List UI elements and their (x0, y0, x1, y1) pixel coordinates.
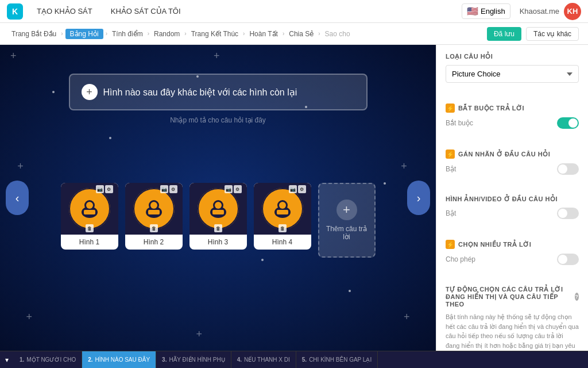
user-domain: Khaosat.me (520, 7, 559, 16)
tab-label-2: HÌNH NÀO SAU ĐÂY (95, 356, 150, 363)
delete-icon-4[interactable]: 🗑 (278, 224, 287, 232)
star-deco (109, 137, 111, 139)
answer-card-4[interactable]: 📷 ⚙ 🗑 Hình 4 (254, 183, 311, 250)
bc-right-actions: Đã lưu Tác vụ khác (487, 27, 579, 41)
help-icon[interactable]: ? (575, 293, 579, 301)
media-start-label: HÌNH ẢNH/VIDEO Ở ĐẦU CÂU HỎI (446, 195, 579, 203)
svg-rect-15 (277, 210, 288, 214)
bottom-tab-2[interactable]: 2. HÌNH NÀO SAU ĐÂY (82, 351, 156, 368)
language-label: English (481, 7, 505, 16)
answer-icons-3: 📷 ⚙ (225, 185, 242, 193)
tab-num-2: 2. (88, 356, 92, 363)
user-avatar[interactable]: KH (564, 3, 581, 20)
auto-next-desc: Bật tính năng này hệ thống sẽ tự động ch… (446, 312, 579, 351)
answer-label-2: Hình 2 (125, 235, 183, 250)
question-input-area[interactable]: + Hình nào sau đây khác biệt với các hìn… (69, 74, 368, 110)
add-answer-card[interactable]: + Thêm câu trả lời (318, 183, 376, 258)
question-type-section: LOẠI CÂU HỎI Picture Choice (446, 53, 579, 83)
language-selector[interactable]: 🇺🇸 English (462, 3, 510, 19)
camera-icon[interactable]: 📷 (96, 185, 104, 193)
delete-icon-2[interactable]: 🗑 (150, 224, 158, 232)
toggle-knob (568, 118, 578, 128)
toggle-knob (558, 164, 567, 174)
bc-chia-se[interactable]: Chia Sẻ (287, 29, 316, 39)
answer-icons-4: 📷 ⚙ (289, 185, 306, 193)
bc-sao-cho[interactable]: Sao cho (323, 29, 353, 39)
answer-label-4: Hình 4 (254, 235, 311, 250)
bolt-icon: ⚡ (446, 103, 455, 113)
bc-hoan-tat[interactable]: Hoàn Tất (247, 29, 280, 39)
label-start-toggle-row: Bật (446, 163, 579, 175)
add-media-button[interactable]: + (82, 84, 98, 100)
delete-icon-3[interactable]: 🗑 (214, 224, 222, 232)
prev-question-button[interactable]: ‹ (6, 181, 29, 215)
settings-icon[interactable]: ⚙ (169, 185, 177, 193)
bottom-tab-4[interactable]: 4. NẾU THANH X DI (231, 351, 296, 368)
bc-tinh-diem[interactable]: Tính điểm (110, 29, 145, 39)
bottom-tab-1[interactable]: 1. MỘT NGƯỜI CHO (14, 351, 82, 368)
auto-next-label: TỰ ĐỘNG CHỌN CÁC CÂU TRẢ LỜI ĐANG HIỂN T… (446, 286, 579, 308)
answer-image-2: 📷 ⚙ 🗑 (125, 183, 183, 235)
bottom-tab-bar: ▾ 1. MỘT NGƯỜI CHO 2. HÌNH NÀO SAU ĐÂY 3… (0, 351, 588, 368)
top-nav: K TẠO KHẢO SÁT KHẢO SÁT CỦA TÔI 🇺🇸 Engli… (0, 0, 588, 23)
required-toggle-row: Bắt buộc (446, 117, 579, 129)
answer-card-1[interactable]: 📷 ⚙ 🗑 Hình 1 (61, 183, 118, 250)
next-question-button[interactable]: › (407, 181, 430, 215)
label-start-label: ⚡ GÁN NHÃN Ở ĐẦU CÂU HỎI (446, 150, 579, 159)
answer-card-2[interactable]: 📷 ⚙ 🗑 Hình 2 (125, 183, 183, 250)
question-box: + Hình nào sau đây khác biệt với các hìn… (69, 74, 368, 124)
camera-icon[interactable]: 📷 (225, 185, 233, 193)
required-toggle[interactable] (557, 117, 579, 129)
multi-answer-label: ⚡ CHỌN NHIỀU TRẢ LỜI (446, 240, 579, 249)
answer-icons-1: 📷 ⚙ (96, 185, 113, 193)
tasks-button[interactable]: Tác vụ khác (526, 27, 579, 41)
settings-icon[interactable]: ⚙ (105, 185, 113, 193)
canvas-area: + + + + + + + ‹ + Hình nào sau đây khác … (0, 45, 436, 351)
answer-icons-2: 📷 ⚙ (160, 185, 177, 193)
tab-num-5: 5. (302, 356, 307, 363)
bottom-tab-3[interactable]: 3. HÃY ĐIỀN HÌNH PHỤ (156, 351, 231, 368)
tab-num-3: 3. (162, 356, 167, 363)
question-text[interactable]: Hình nào sau đây khác biệt với các hình … (103, 87, 297, 98)
tab-label-4: NẾU THANH X DI (244, 356, 290, 363)
plus-deco: + (401, 161, 407, 171)
delete-icon-1[interactable]: 🗑 (86, 224, 94, 232)
answer-label-3: Hình 3 (189, 235, 247, 250)
bc-bang-hoi[interactable]: Bảng Hỏi (65, 29, 103, 39)
settings-icon[interactable]: ⚙ (234, 185, 242, 193)
bc-trang-ket-thuc[interactable]: Trang Kết Thúc (189, 29, 241, 39)
nav-my-surveys[interactable]: KHẢO SÁT CỦA TÔI (106, 5, 185, 18)
bc-trang-bat-dau[interactable]: Trang Bắt Đầu (9, 29, 59, 39)
logo-area: K (7, 3, 23, 20)
star-deco (349, 290, 351, 292)
bc-random[interactable]: Random (152, 29, 182, 39)
label-start-toggle[interactable] (557, 163, 579, 175)
camera-icon[interactable]: 📷 (289, 185, 297, 193)
plus-deco: + (214, 51, 220, 61)
multi-answer-toggle[interactable] (557, 254, 579, 265)
sidebar: LOẠI CÂU HỎI Picture Choice ⚡ BẮT BUỘC T… (436, 45, 588, 351)
logo-icon[interactable]: K (7, 3, 23, 20)
tab-label-1: MỘT NGƯỜI CHO (26, 356, 76, 363)
bottom-tab-5[interactable]: 5. CHI KÌNH BÊN GAP LẠI (296, 351, 378, 368)
question-type-label: LOẠI CÂU HỎI (446, 53, 579, 60)
camera-icon[interactable]: 📷 (160, 185, 168, 193)
add-answer-label: Thêm câu trả lời (319, 225, 374, 241)
plus-deco: + (404, 312, 410, 322)
auto-next-section: TỰ ĐỘNG CHỌN CÁC CÂU TRẢ LỜI ĐANG HIỂN T… (446, 286, 579, 351)
media-start-toggle[interactable] (557, 208, 579, 219)
main-container: + + + + + + + ‹ + Hình nào sau đây khác … (0, 45, 588, 351)
save-button[interactable]: Đã lưu (487, 27, 521, 41)
question-desc[interactable]: Nhập mô tả cho câu hỏi tại đây (69, 116, 368, 124)
question-type-select[interactable]: Picture Choice (446, 65, 579, 83)
star-deco (384, 182, 386, 185)
settings-icon[interactable]: ⚙ (298, 185, 306, 193)
bolt-icon: ⚡ (446, 240, 455, 249)
add-answer-plus-icon: + (336, 200, 357, 220)
answer-card-3[interactable]: 📷 ⚙ 🗑 Hình 3 (189, 183, 247, 250)
tab-scroll-left[interactable]: ▾ (0, 351, 14, 368)
multi-answer-toggle-row: Cho phép (446, 254, 579, 265)
nav-create-survey[interactable]: TẠO KHẢO SÁT (32, 5, 97, 18)
label-start-toggle-label: Bật (446, 165, 456, 173)
answer-image-1: 📷 ⚙ 🗑 (61, 183, 118, 235)
